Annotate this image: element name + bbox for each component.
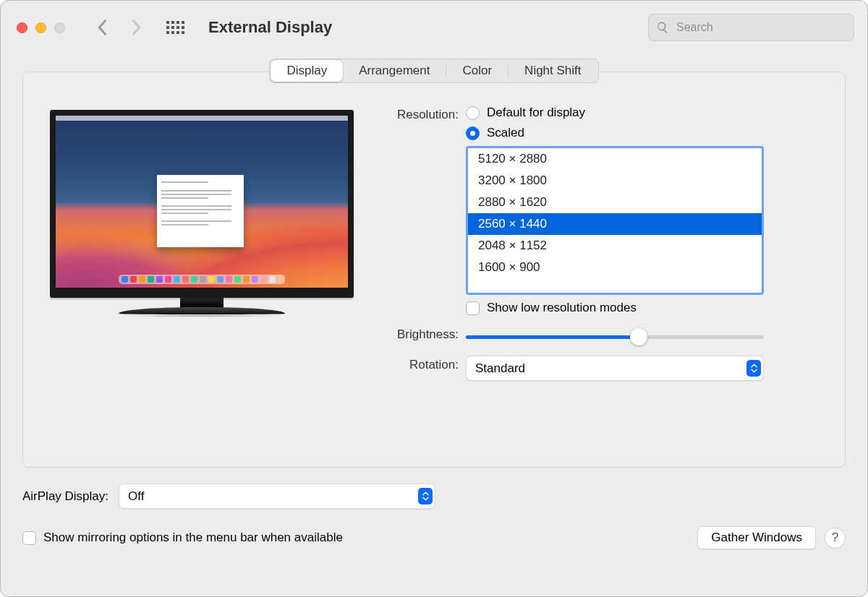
- rotation-label: Rotation:: [372, 356, 466, 381]
- tab-display[interactable]: Display: [271, 60, 343, 82]
- resolution-scaled-radio[interactable]: Scaled: [466, 126, 822, 140]
- brightness-label: Brightness:: [372, 325, 466, 345]
- tab-arrangement[interactable]: Arrangement: [343, 60, 446, 82]
- window-controls: [17, 22, 65, 33]
- content-pane: Resolution: Default for display Scaled 5…: [22, 72, 846, 468]
- chevron-left-icon: [98, 19, 108, 36]
- grid-icon: [166, 21, 184, 34]
- nav-back-button[interactable]: [90, 15, 116, 40]
- display-preview-column: [46, 106, 357, 447]
- rotation-dropdown[interactable]: Standard: [466, 356, 764, 381]
- preview-dock-icon: [119, 275, 285, 284]
- mirroring-label: Show mirroring options in the menu bar w…: [43, 531, 343, 545]
- tab-bar: Display Arrangement Color Night Shift: [269, 59, 598, 83]
- brightness-slider[interactable]: [466, 328, 764, 345]
- resolution-option[interactable]: 2880 × 1620: [468, 192, 762, 213]
- resolution-scaled-label: Scaled: [487, 126, 524, 140]
- resolution-option[interactable]: 5120 × 2880: [468, 148, 762, 170]
- airplay-value: Off: [128, 489, 144, 504]
- titlebar: External Display: [1, 1, 867, 54]
- tab-color[interactable]: Color: [446, 60, 508, 82]
- checkbox-icon: [466, 301, 480, 315]
- bottom-area: AirPlay Display: Off Show mirroring opti…: [1, 468, 867, 549]
- preview-window-icon: [157, 175, 244, 247]
- zoom-window-button: [54, 22, 65, 33]
- resolution-list[interactable]: 5120 × 28803200 × 18002880 × 16202560 × …: [466, 146, 764, 295]
- radio-checked-icon: [466, 126, 480, 140]
- preferences-window: External Display Display Arrangement Col…: [0, 0, 868, 597]
- help-button[interactable]: ?: [825, 528, 846, 549]
- resolution-option[interactable]: 1600 × 900: [468, 257, 762, 278]
- nav-forward-button[interactable]: [123, 15, 149, 40]
- search-icon: [656, 21, 669, 34]
- settings-column: Resolution: Default for display Scaled 5…: [372, 106, 822, 447]
- airplay-label: AirPlay Display:: [22, 489, 109, 504]
- chevron-right-icon: [131, 19, 141, 36]
- radio-icon: [466, 106, 480, 120]
- close-window-button[interactable]: [17, 22, 27, 33]
- dropdown-stepper-icon: [418, 488, 433, 504]
- show-low-res-label: Show low resolution modes: [487, 301, 637, 315]
- resolution-default-radio[interactable]: Default for display: [466, 106, 822, 120]
- show-all-prefs-button[interactable]: [161, 15, 190, 40]
- gather-windows-button[interactable]: Gather Windows: [697, 526, 816, 549]
- resolution-option[interactable]: 2048 × 1152: [468, 235, 762, 257]
- slider-fill: [466, 335, 639, 339]
- minimize-window-button[interactable]: [35, 22, 46, 33]
- display-preview: [50, 110, 354, 317]
- resolution-label: Resolution:: [372, 106, 466, 315]
- airplay-dropdown[interactable]: Off: [119, 484, 435, 509]
- resolution-option[interactable]: 2560 × 1440: [468, 213, 762, 235]
- window-title: External Display: [208, 18, 332, 37]
- resolution-option[interactable]: 3200 × 1800: [468, 170, 762, 192]
- resolution-default-label: Default for display: [487, 106, 585, 120]
- tab-night-shift[interactable]: Night Shift: [509, 60, 597, 82]
- rotation-value: Standard: [475, 361, 525, 376]
- show-low-res-checkbox[interactable]: Show low resolution modes: [466, 301, 822, 315]
- mirroring-checkbox[interactable]: Show mirroring options in the menu bar w…: [22, 531, 343, 545]
- slider-thumb[interactable]: [630, 328, 647, 345]
- dropdown-stepper-icon: [746, 360, 761, 377]
- search-field[interactable]: [648, 14, 854, 41]
- checkbox-icon: [22, 531, 36, 545]
- search-input[interactable]: [675, 20, 846, 35]
